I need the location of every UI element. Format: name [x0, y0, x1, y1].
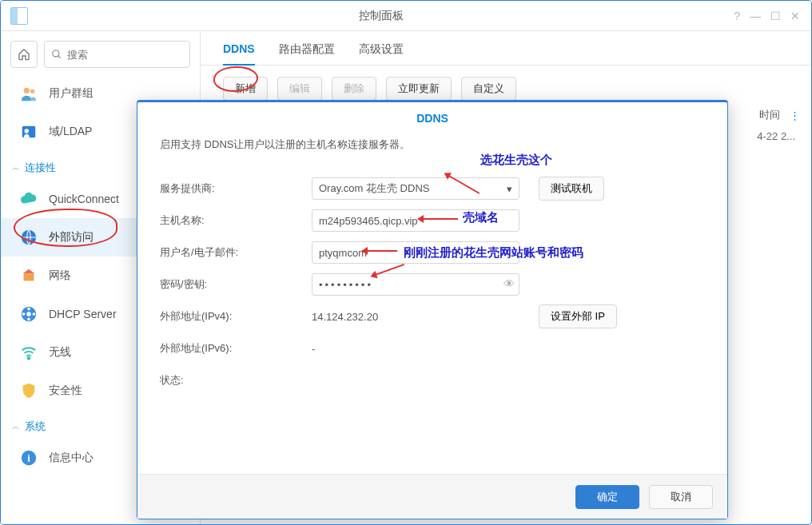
- home-icon: [18, 48, 30, 61]
- chevron-up-icon: ︿: [12, 162, 20, 173]
- delete-button[interactable]: 删除: [332, 77, 376, 101]
- shield-icon: [18, 380, 39, 401]
- table-more-button[interactable]: ⋮: [790, 109, 800, 121]
- col-time-header[interactable]: 时间: [759, 108, 780, 122]
- minimize-button[interactable]: —: [750, 10, 761, 22]
- svg-point-13: [27, 318, 30, 321]
- label-provider: 服务提供商:: [160, 181, 312, 196]
- chevron-up-icon: ︿: [12, 421, 20, 432]
- svg-rect-7: [24, 273, 34, 280]
- svg-point-0: [53, 50, 59, 57]
- svg-point-3: [30, 89, 35, 94]
- svg-point-2: [24, 88, 30, 93]
- username-input[interactable]: [312, 241, 519, 264]
- search-input[interactable]: [67, 49, 183, 61]
- provider-select[interactable]: Oray.com 花生壳 DDNS ▾: [312, 177, 519, 200]
- test-connection-button[interactable]: 测试联机: [539, 177, 604, 201]
- svg-point-11: [33, 312, 36, 316]
- search-icon: [51, 49, 62, 60]
- sidebar-item-label: 用户群组: [49, 86, 94, 101]
- dialog-intro: 启用支持 DDNS让用户以注册的主机名称连接服务器。: [160, 137, 705, 152]
- tab-router[interactable]: 路由器配置: [279, 42, 335, 65]
- update-now-button[interactable]: 立即更新: [386, 77, 452, 101]
- sidebar-item-label: 外部访问: [49, 230, 94, 245]
- edit-button[interactable]: 编辑: [277, 77, 322, 101]
- label-password: 密码/密钥:: [160, 277, 312, 292]
- svg-point-9: [26, 312, 31, 316]
- custom-button[interactable]: 自定义: [461, 77, 516, 101]
- svg-point-12: [27, 308, 30, 311]
- info-icon: i: [18, 447, 39, 468]
- globe-icon: [18, 227, 39, 248]
- label-hostname: 主机名称:: [160, 213, 312, 228]
- table-row-time: 4-22 2...: [757, 130, 795, 142]
- sidebar-item-label: 信息中心: [49, 451, 94, 465]
- add-button[interactable]: 新增: [223, 77, 268, 101]
- users-icon: [18, 83, 39, 104]
- sidebar-item-label: QuickConnect: [49, 193, 119, 205]
- sidebar-item-label: 域/LDAP: [49, 125, 92, 139]
- control-panel-window: 控制面板 ? — ☐ ✕ 用户群组: [0, 0, 812, 525]
- ok-button[interactable]: 确定: [575, 485, 639, 509]
- tab-bar: DDNS 路由器配置 高级设置: [201, 31, 811, 66]
- tab-advanced[interactable]: 高级设置: [359, 42, 404, 65]
- app-icon: [10, 7, 28, 25]
- domain-icon: [18, 121, 39, 142]
- maximize-button[interactable]: ☐: [770, 10, 781, 22]
- sidebar-item-label: 网络: [49, 268, 71, 283]
- sidebar-item-label: 无线: [49, 345, 71, 360]
- set-external-ip-button[interactable]: 设置外部 IP: [539, 304, 617, 328]
- svg-text:i: i: [27, 452, 30, 464]
- tab-ddns[interactable]: DDNS: [223, 42, 255, 66]
- svg-point-10: [22, 312, 26, 316]
- label-ipv6: 外部地址(IPv6):: [160, 341, 312, 356]
- sidebar-item-label: 安全性: [49, 384, 82, 398]
- label-ipv4: 外部地址(IPv4):: [160, 309, 312, 324]
- dhcp-icon: [18, 304, 39, 324]
- label-status: 状态:: [160, 373, 312, 388]
- sidebar-item-label: DHCP Server: [49, 308, 117, 320]
- svg-point-14: [28, 357, 30, 360]
- close-button[interactable]: ✕: [790, 10, 800, 22]
- dialog-title: DDNS: [137, 102, 727, 131]
- help-button[interactable]: ?: [734, 10, 740, 22]
- search-box[interactable]: [44, 41, 190, 68]
- provider-value: Oray.com 花生壳 DDNS: [319, 181, 429, 196]
- wifi-icon: [18, 342, 39, 363]
- ddns-dialog: DDNS 启用支持 DDNS让用户以注册的主机名称连接服务器。 服务提供商: O…: [137, 100, 728, 519]
- ipv6-value: -: [312, 343, 315, 355]
- ipv4-value: 14.124.232.20: [312, 311, 519, 323]
- titlebar: 控制面板 ? — ☐ ✕: [1, 1, 811, 31]
- home-button[interactable]: [10, 41, 38, 68]
- password-input[interactable]: [312, 273, 519, 296]
- window-title: 控制面板: [28, 9, 734, 23]
- svg-line-1: [58, 56, 61, 58]
- router-icon: [18, 265, 39, 286]
- cloud-icon: [18, 189, 39, 209]
- cancel-button[interactable]: 取消: [649, 485, 713, 509]
- chevron-down-icon: ▾: [507, 183, 512, 195]
- hostname-input[interactable]: [312, 209, 519, 232]
- svg-point-5: [25, 129, 30, 133]
- label-user: 用户名/电子邮件:: [160, 245, 312, 260]
